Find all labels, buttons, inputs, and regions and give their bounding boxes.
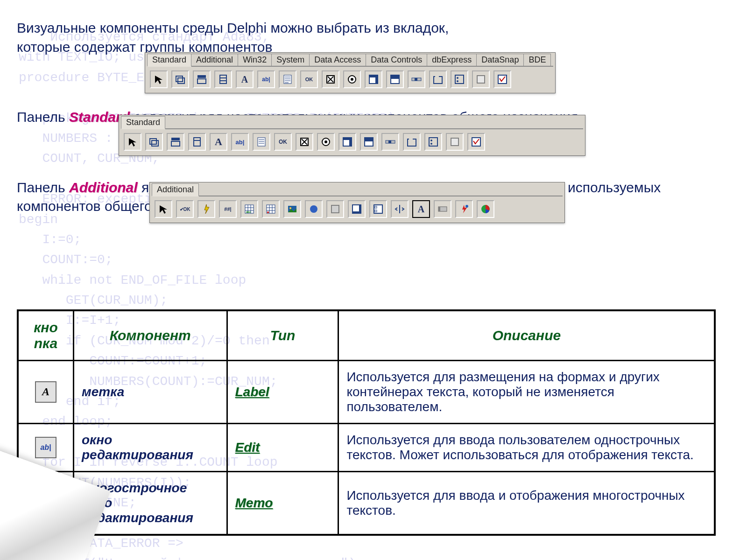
svg-rect-54 [451, 138, 458, 146]
svg-rect-27 [477, 76, 485, 83]
frames-icon[interactable] [145, 133, 163, 151]
panel-icon[interactable] [472, 70, 490, 88]
label-icon[interactable]: A [210, 133, 227, 151]
popupmenu-icon[interactable] [188, 133, 206, 151]
combobox-icon[interactable] [360, 133, 378, 151]
memo-icon[interactable] [279, 70, 296, 88]
checkbox-icon[interactable] [296, 133, 313, 151]
checklistbox-icon[interactable] [369, 200, 387, 218]
statictext-icon[interactable]: A [412, 200, 430, 218]
stringgrid-icon[interactable]: abc [240, 200, 258, 218]
svg-point-67 [267, 211, 269, 213]
row2-desc: Используется для ввода пользователем одн… [338, 423, 715, 471]
header-button: кно пка [18, 310, 73, 361]
tab-data-controls[interactable]: Data Controls [366, 54, 427, 66]
svg-rect-50 [409, 138, 413, 140]
bitbtn-icon[interactable]: ✔OK [176, 200, 194, 218]
svg-point-52 [430, 140, 432, 141]
arrow-icon[interactable] [150, 70, 168, 88]
svg-point-53 [430, 143, 432, 145]
tab-additional[interactable]: Additional [191, 54, 238, 66]
palette-additional-tabs: Additional [152, 183, 563, 196]
listbox-icon[interactable] [338, 133, 356, 151]
tab-standard-solo[interactable]: Standard [121, 116, 165, 129]
splitter-icon[interactable] [391, 200, 409, 218]
svg-rect-23 [435, 75, 439, 78]
svg-rect-33 [194, 138, 200, 146]
svg-point-25 [457, 77, 458, 79]
row2-type-text: Edit [235, 440, 260, 455]
row1-component: метка [73, 360, 227, 423]
shape-icon[interactable] [305, 200, 323, 218]
chart-icon[interactable] [477, 200, 494, 218]
tab-system[interactable]: System [271, 54, 310, 66]
svg-rect-3 [197, 79, 206, 84]
row2-type: Edit [227, 423, 338, 471]
mainmenu-icon[interactable] [193, 70, 211, 88]
scrollbar-icon[interactable] [381, 133, 399, 151]
mainmenu-icon[interactable] [167, 133, 184, 151]
radiobutton-icon[interactable] [343, 70, 361, 88]
svg-rect-46 [365, 138, 373, 141]
svg-point-81 [465, 205, 468, 208]
palette-standard-tabs: Standard [121, 116, 583, 129]
tab-additional-solo[interactable]: Additional [152, 183, 199, 196]
tab-datasnap[interactable]: DataSnap [476, 54, 524, 66]
groupbox-icon[interactable] [403, 133, 421, 151]
scrollbox-icon[interactable] [348, 200, 366, 218]
listbox-icon[interactable] [365, 70, 382, 88]
row1-type-text: Label [235, 385, 269, 399]
svg-rect-7 [284, 75, 291, 84]
scrollbar-icon[interactable] [408, 70, 425, 88]
row3-desc: Используется для ввода и отображения мно… [338, 471, 715, 535]
tab-bde[interactable]: BDE [523, 54, 551, 66]
applicationevents-icon[interactable] [455, 200, 473, 218]
button-icon[interactable]: OK [300, 70, 318, 88]
svg-rect-32 [171, 141, 180, 146]
label-icon[interactable]: A [236, 70, 254, 88]
checkbox-icon[interactable] [322, 70, 339, 88]
svg-rect-80 [438, 207, 440, 211]
svg-rect-51 [429, 138, 437, 146]
radiogroup-icon[interactable] [451, 70, 468, 88]
button-icon[interactable]: OK [274, 133, 292, 151]
svg-text:abc: abc [246, 210, 251, 213]
drawgrid-icon[interactable] [262, 200, 280, 218]
palette-standard-icons: A ab| OK [121, 131, 583, 153]
radiogroup-icon[interactable] [424, 133, 442, 151]
edit-icon[interactable]: ab| [257, 70, 275, 88]
controlbar-icon[interactable] [434, 200, 451, 218]
bevel-icon[interactable] [326, 200, 344, 218]
intro-line-1: Визуальные компоненты среды Delphi можно… [17, 20, 449, 35]
speedbutton-icon[interactable] [197, 200, 215, 218]
svg-point-14 [351, 78, 353, 81]
svg-rect-4 [220, 75, 226, 84]
maskedit-icon[interactable]: ##| [219, 200, 237, 218]
tab-data-access[interactable]: Data Access [309, 54, 366, 66]
tab-win32[interactable]: Win32 [238, 54, 272, 66]
svg-rect-44 [349, 138, 352, 146]
panel-additional-pre: Панель [17, 180, 69, 195]
image-icon[interactable] [283, 200, 301, 218]
groupbox-icon[interactable] [429, 70, 447, 88]
popupmenu-icon[interactable] [214, 70, 232, 88]
arrow-icon[interactable] [155, 200, 172, 218]
tab-dbexpress[interactable]: dbExpress [427, 54, 477, 66]
intro-paragraph: Визуальные компоненты среды Delphi можно… [17, 19, 730, 56]
panel-additional-keyword: Additional [69, 180, 138, 195]
svg-rect-30 [152, 140, 158, 146]
svg-point-69 [289, 207, 291, 209]
actionlist-icon[interactable] [467, 133, 485, 151]
arrow-icon[interactable] [124, 133, 141, 151]
radiobutton-icon[interactable] [317, 133, 335, 151]
edit-icon[interactable]: ab| [231, 133, 249, 151]
actionlist-icon[interactable] [493, 70, 511, 88]
tab-standard[interactable]: Standard [147, 54, 191, 67]
palette-all-tabs: Standard Additional Win32 System Data Ac… [147, 54, 553, 67]
panel-icon[interactable] [446, 133, 464, 151]
frames-icon[interactable] [171, 70, 189, 88]
combobox-icon[interactable] [386, 70, 404, 88]
header-description: Описание [338, 310, 715, 361]
memo-icon[interactable] [253, 133, 270, 151]
svg-rect-31 [171, 138, 180, 140]
